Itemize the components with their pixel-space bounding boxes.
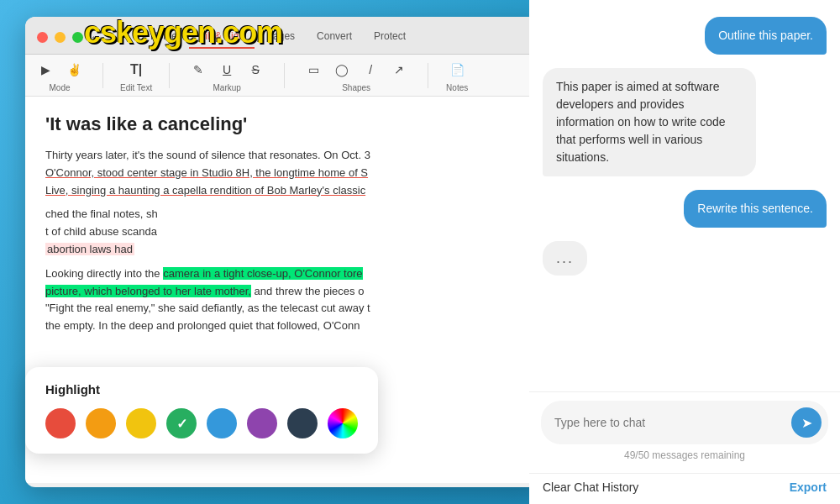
highlight-green-2: picture, which belonged to her late moth… bbox=[45, 285, 251, 297]
tab-home[interactable]: Home bbox=[140, 25, 187, 49]
separator-2 bbox=[169, 63, 170, 88]
chat-input-row: ➤ bbox=[541, 401, 828, 444]
highlight-title: Highlight bbox=[45, 382, 358, 396]
window-chrome: ← → Home Fill & Sign Pages Convert Prote… bbox=[25, 17, 546, 55]
hand-icon[interactable]: ✌ bbox=[62, 58, 86, 81]
chat-input-area: ➤ 49/50 messages remaining bbox=[529, 391, 840, 473]
clear-chat-button[interactable]: Clear Chat History bbox=[543, 480, 638, 494]
color-row: ✓ bbox=[45, 408, 358, 438]
cursor-icon[interactable]: ▶ bbox=[34, 58, 57, 81]
send-icon: ➤ bbox=[801, 415, 812, 431]
minimize-button[interactable] bbox=[55, 32, 66, 43]
user-message-1: Outline this paper. bbox=[705, 17, 827, 55]
color-black[interactable] bbox=[287, 408, 318, 438]
doc-paragraph-3: Looking directly into the camera in a ti… bbox=[45, 265, 526, 335]
color-orange[interactable] bbox=[86, 408, 116, 438]
chat-footer: Clear Chat History Export bbox=[529, 473, 840, 504]
tool-notes: 📄 Notes bbox=[445, 58, 469, 92]
tab-protect[interactable]: Protect bbox=[364, 25, 416, 49]
back-arrow[interactable]: ← bbox=[90, 30, 102, 44]
tool-markup: ✎ U S Markup bbox=[186, 58, 267, 92]
maximize-button[interactable] bbox=[72, 32, 83, 43]
color-blue[interactable] bbox=[207, 408, 237, 438]
tool-edit-text: T| Edit Text bbox=[120, 58, 152, 92]
highlighted-text-red: abortion laws had bbox=[45, 243, 134, 255]
rect-icon[interactable]: ▭ bbox=[302, 58, 325, 81]
tab-fill-sign[interactable]: Fill & Sign bbox=[189, 25, 255, 49]
check-icon: ✓ bbox=[176, 416, 187, 432]
document-title: 'It was like a canceling' bbox=[45, 113, 526, 135]
color-purple[interactable] bbox=[247, 408, 277, 438]
mode-label: Mode bbox=[49, 83, 70, 92]
tab-convert[interactable]: Convert bbox=[307, 25, 362, 49]
pen-icon[interactable]: ✎ bbox=[186, 58, 210, 81]
separator-4 bbox=[428, 63, 428, 88]
color-green[interactable]: ✓ bbox=[166, 408, 197, 438]
ellipse-icon[interactable]: ◯ bbox=[330, 58, 354, 81]
doc-paragraph-2: ched the final notes, sh t of child abus… bbox=[45, 206, 526, 258]
nav-arrows: ← → bbox=[90, 30, 117, 44]
line-icon[interactable]: / bbox=[359, 58, 382, 81]
export-button[interactable]: Export bbox=[790, 480, 827, 494]
toolbar-icons: ▶ ✌ Mode T| Edit Text ✎ U S Markup ▭ ◯ bbox=[25, 55, 546, 97]
separator-1 bbox=[102, 63, 103, 88]
edit-text-label: Edit Text bbox=[120, 83, 152, 92]
doc-paragraph-1: Thirty years later, it's the sound of si… bbox=[45, 147, 526, 199]
close-button[interactable] bbox=[37, 32, 48, 43]
typing-indicator: ... bbox=[543, 241, 587, 276]
shapes-label: Shapes bbox=[342, 83, 370, 92]
underline-text-2: Live, singing a haunting a capella rendi… bbox=[45, 184, 365, 197]
tool-mode: ▶ ✌ Mode bbox=[34, 58, 86, 92]
user-message-2: Rewrite this sentence. bbox=[684, 190, 827, 228]
color-rainbow[interactable] bbox=[328, 408, 358, 438]
underline-text-1: O'Connor, stood center stage in Studio 8… bbox=[45, 166, 368, 179]
tool-shapes: ▭ ◯ / ↗ Shapes bbox=[302, 58, 411, 92]
messages-remaining: 49/50 messages remaining bbox=[541, 444, 828, 465]
toolbar-tabs: Home Fill & Sign Pages Convert Protect bbox=[132, 25, 424, 49]
arrow-icon[interactable]: ↗ bbox=[387, 58, 411, 81]
notes-label: Notes bbox=[446, 83, 468, 92]
chat-messages: Outline this paper. This paper is aimed … bbox=[529, 0, 840, 391]
separator-3 bbox=[284, 63, 285, 88]
ai-message-1: This paper is aimed at software develope… bbox=[543, 68, 756, 176]
highlight-green-1: camera in a tight close-up, O'Connor tor… bbox=[163, 267, 362, 280]
color-yellow[interactable] bbox=[126, 408, 156, 438]
color-red[interactable] bbox=[45, 408, 76, 438]
notes-icon[interactable]: 📄 bbox=[445, 58, 469, 81]
forward-arrow[interactable]: → bbox=[105, 30, 117, 44]
text-edit-icon[interactable]: T| bbox=[124, 58, 148, 81]
chat-input[interactable] bbox=[554, 416, 785, 429]
underline-icon[interactable]: U bbox=[215, 58, 239, 81]
strikethrough-icon[interactable]: S bbox=[244, 58, 267, 81]
tab-pages[interactable]: Pages bbox=[256, 25, 305, 49]
highlight-popup: Highlight ✓ bbox=[25, 367, 378, 454]
markup-label: Markup bbox=[213, 83, 240, 92]
send-button[interactable]: ➤ bbox=[791, 407, 822, 438]
chat-panel: Outline this paper. This paper is aimed … bbox=[529, 0, 840, 504]
